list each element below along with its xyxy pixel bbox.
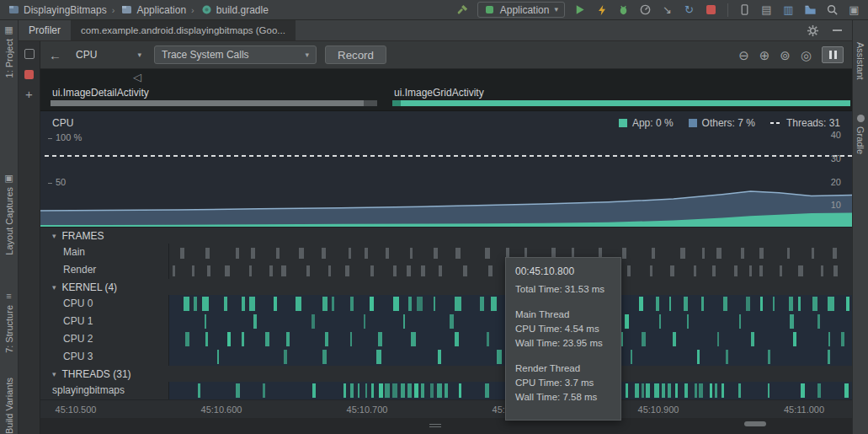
kernel-row[interactable]: CPU 2 [40,330,852,348]
frames-section: ▾ FRAMES Main Render [40,228,852,279]
run-icon[interactable] [572,3,587,17]
zoom-controls: ⊖ ⊕ ⊚ ◎ [738,46,844,63]
activity-tick [828,332,831,346]
hide-icon[interactable] [833,29,842,31]
pause-live-button[interactable] [822,46,844,63]
search-icon[interactable] [825,3,839,17]
legend-app-label: App: 0 % [632,117,674,129]
run-configuration-dropdown[interactable]: Application ▾ [477,2,565,18]
activity-tick [723,297,727,311]
kernel-section-header[interactable]: ▾ KERNEL (4) [40,279,852,295]
activity-tick [236,248,240,259]
tool-button-project[interactable]: ▦ 1: Project [0,25,18,78]
frames-section-header[interactable]: ▾ FRAMES [40,228,852,244]
attach-debugger-icon[interactable]: ↘ [660,3,674,17]
kernel-row[interactable]: CPU 0 [40,295,852,313]
activity-tick [392,383,397,398]
thread-row[interactable]: splayingbitmaps [40,382,852,399]
activity-tick [421,265,425,276]
activity-tick [646,383,650,398]
axis-tick-label: 40 [831,130,841,140]
activity-tick [274,297,277,311]
axis-tick-label: 50 [48,177,66,187]
activity-tick [205,248,210,259]
breadcrumb-project-label: DisplayingBitmaps [24,4,107,16]
zoom-to-selection-icon[interactable]: ◎ [801,49,812,62]
frames-row-main[interactable]: Main [40,244,852,261]
activity-tick [652,248,654,259]
tool-button-build-variants[interactable]: Build Variants [0,378,18,434]
cpu-usage-chart[interactable]: CPU 100 % 50 40 30 20 10 App: 0 % Others… [40,111,852,228]
profiler-view-dropdown[interactable]: CPU ▾ [72,49,146,61]
end-session-icon[interactable] [24,70,34,79]
zoom-in-icon[interactable]: ⊕ [759,49,770,62]
notifications-icon[interactable]: ▣ [847,3,861,17]
activity-bar-grid[interactable] [392,100,850,106]
activity-tick [680,248,685,259]
activity-tick [734,265,738,276]
legend-app: App: 0 % [619,117,674,129]
activity-tick [790,314,794,329]
sync-icon[interactable]: ↻ [682,3,696,17]
toolbar-actions: Application ▾ ↘ ↻ ▤ ▥ [455,2,861,18]
layout-inspector-icon[interactable]: ▤ [759,3,774,17]
gear-icon[interactable] [806,24,820,38]
threads-section-header[interactable]: ▾ THREADS (31) [40,366,852,382]
tooltip-main-title: Main Thread [515,308,611,322]
logcat-icon[interactable]: ▥ [781,3,796,17]
breadcrumb-project[interactable]: DisplayingBitmaps [24,4,107,16]
tooltip-render-title: Render Thread [515,362,611,376]
apply-changes-icon[interactable] [594,3,609,17]
breadcrumb-module-label: Application [136,4,186,16]
horizontal-scrollbar-thumb[interactable] [744,421,766,426]
kernel-row-label: CPU 0 [40,295,168,313]
time-axis-label: 45:10.500 [56,405,97,415]
activity-tick [328,265,331,276]
kernel-row[interactable]: CPU 3 [40,348,852,366]
activity-tick [844,383,849,398]
tool-button-gradle[interactable]: Gradle [853,115,868,154]
tool-button-assistant[interactable]: Assistant [853,42,868,80]
activity-tick [343,383,345,398]
device-explorer-icon[interactable] [803,3,817,17]
trace-type-dropdown[interactable]: Trace System Calls ▾ [154,46,317,64]
tool-button-structure[interactable]: ≡ 7: Structure [0,292,18,353]
tool-button-label: Build Variants [4,378,14,434]
activity-event-icon: ◁ [133,71,141,83]
activity-tick [411,332,417,346]
profiler-icon[interactable] [638,3,652,17]
build-hammer-icon[interactable] [455,3,470,17]
activity-tick [684,297,688,311]
activity-tick [673,332,677,346]
activity-tick [207,265,210,276]
activity-tick [322,297,327,311]
activity-timeline[interactable]: ◁ ui.ImageDetailActivity ui.ImageGridAct… [40,69,852,111]
tool-button-label: 1: Project [4,39,14,78]
kernel-row[interactable]: CPU 1 [40,313,852,330]
activity-bar-detail[interactable] [51,100,377,106]
activity-tick [716,248,722,259]
device-manager-icon[interactable] [738,3,752,17]
activity-tick [817,383,821,398]
activity-tick [403,314,406,329]
activity-tick [276,248,280,259]
session-device-icon[interactable] [24,49,35,59]
breadcrumb-file[interactable]: build.gradle [216,4,269,16]
splitter-handle[interactable] [429,424,441,427]
frames-row-render[interactable]: Render [40,261,852,279]
record-button[interactable]: Record [325,46,386,64]
session-tab[interactable]: com.example.android.displayingbitmaps (G… [71,20,296,40]
activity-tick [746,297,751,311]
time-axis[interactable]: 45:10.500 45:10.600 45:10.700 45:10.800 … [40,399,852,418]
chevron-down-icon: ▾ [137,51,141,59]
back-arrow-icon[interactable]: ← [49,48,61,62]
reset-zoom-icon[interactable]: ⊚ [780,49,791,62]
new-session-icon[interactable]: + [25,90,33,99]
project-icon [7,3,21,17]
tool-button-layout-captures[interactable]: ▣ Layout Captures [0,174,18,255]
zoom-out-icon[interactable]: ⊖ [738,49,749,62]
breadcrumb-module[interactable]: Application [136,4,186,16]
activity-tick [455,297,461,311]
stop-icon[interactable] [704,3,718,17]
debug-icon[interactable] [616,3,631,17]
